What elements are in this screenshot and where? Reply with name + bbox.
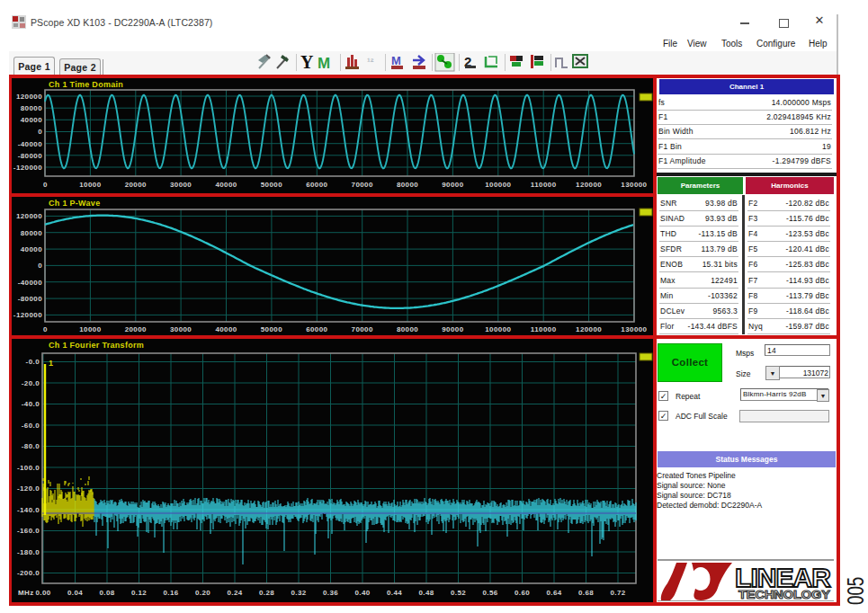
svg-text:-120000: -120000 — [13, 311, 42, 319]
svg-text:-0.0: -0.0 — [26, 358, 40, 366]
svg-text:M: M — [318, 55, 330, 72]
svg-text:40000: 40000 — [21, 116, 42, 124]
svg-text:-80000: -80000 — [18, 295, 42, 303]
svg-text:-100.0: -100.0 — [17, 464, 40, 472]
svg-text:100000: 100000 — [485, 181, 511, 189]
svg-text:30000: 30000 — [170, 325, 192, 333]
svg-text:-80000: -80000 — [18, 152, 42, 160]
svg-text:0.16: 0.16 — [163, 589, 178, 597]
svg-text:120000: 120000 — [576, 181, 602, 189]
svg-text:80000: 80000 — [21, 229, 42, 237]
svg-text:90000: 90000 — [442, 181, 463, 189]
svg-text:40000: 40000 — [215, 181, 237, 189]
svg-text:70000: 70000 — [352, 325, 373, 333]
svg-text:0.64: 0.64 — [546, 589, 561, 597]
svg-text:110000: 110000 — [531, 325, 557, 333]
svg-text:20000: 20000 — [125, 325, 147, 333]
svg-text:0.28: 0.28 — [259, 589, 274, 597]
svg-text:-40000: -40000 — [18, 140, 42, 148]
svg-text:-180.0: -180.0 — [17, 548, 40, 556]
svg-text:-60.0: -60.0 — [22, 422, 40, 430]
svg-text:20000: 20000 — [125, 181, 147, 189]
svg-text:1: 1 — [49, 359, 53, 368]
svg-text:130000: 130000 — [621, 181, 647, 189]
svg-text:-40.0: -40.0 — [22, 400, 40, 408]
svg-text:M: M — [391, 54, 401, 67]
svg-text:0.40: 0.40 — [354, 589, 370, 597]
svg-text:-120000: -120000 — [13, 164, 42, 172]
svg-text:0.60: 0.60 — [515, 589, 530, 597]
svg-text:80000: 80000 — [21, 104, 42, 112]
svg-text:Ch 1 P-Wave: Ch 1 P-Wave — [49, 199, 100, 208]
svg-text:TECHNOLOGY: TECHNOLOGY — [738, 589, 831, 601]
svg-text:0.08: 0.08 — [99, 589, 114, 597]
svg-text:110000: 110000 — [531, 181, 557, 189]
svg-text:0: 0 — [43, 325, 48, 333]
svg-text:60000: 60000 — [306, 181, 327, 189]
svg-text:120000: 120000 — [16, 93, 42, 101]
svg-text:Y: Y — [300, 53, 314, 72]
svg-text:120000: 120000 — [16, 212, 42, 220]
svg-text:0: 0 — [38, 262, 42, 270]
svg-text:-20.0: -20.0 — [22, 379, 40, 387]
svg-text:-160.0: -160.0 — [17, 527, 40, 535]
svg-text:0.48: 0.48 — [418, 589, 434, 597]
svg-text:-200.0: -200.0 — [17, 569, 40, 577]
svg-text:-80.0: -80.0 — [22, 442, 40, 450]
svg-text:0.32: 0.32 — [291, 589, 306, 597]
svg-text:90000: 90000 — [442, 325, 463, 333]
svg-text:0.12: 0.12 — [131, 589, 147, 597]
svg-text:¹²: ¹² — [367, 57, 374, 67]
svg-text:0.56: 0.56 — [482, 589, 497, 597]
svg-text:50000: 50000 — [261, 325, 282, 333]
svg-text:-40000: -40000 — [18, 279, 42, 287]
svg-text:60000: 60000 — [306, 325, 327, 333]
svg-text:0.04: 0.04 — [67, 589, 83, 597]
svg-text:MHz: MHz — [18, 589, 34, 597]
svg-text:0: 0 — [38, 128, 42, 136]
svg-text:-120.0: -120.0 — [17, 484, 40, 493]
svg-text:50000: 50000 — [261, 181, 282, 189]
svg-text:Ch 1 Time Domain: Ch 1 Time Domain — [49, 80, 123, 89]
svg-text:100000: 100000 — [485, 325, 511, 333]
svg-text:80000: 80000 — [397, 325, 418, 333]
svg-text:0.72: 0.72 — [610, 589, 625, 597]
svg-text:Ch 1 Fourier Transform: Ch 1 Fourier Transform — [49, 341, 144, 350]
svg-text:10000: 10000 — [79, 325, 101, 333]
svg-text:130000: 130000 — [621, 325, 647, 333]
svg-text:80000: 80000 — [397, 181, 418, 189]
svg-text:0.24: 0.24 — [227, 589, 242, 597]
svg-text:120000: 120000 — [576, 325, 602, 333]
svg-text:0: 0 — [43, 181, 48, 189]
svg-text:-140.0: -140.0 — [17, 506, 40, 514]
svg-text:0.44: 0.44 — [387, 589, 402, 597]
svg-text:30000: 30000 — [170, 181, 192, 189]
svg-text:70000: 70000 — [352, 181, 373, 189]
svg-text:0.00: 0.00 — [35, 589, 50, 597]
svg-text:0.20: 0.20 — [195, 589, 210, 597]
svg-text:40000: 40000 — [215, 325, 237, 333]
svg-text:0.68: 0.68 — [578, 589, 594, 597]
svg-text:10000: 10000 — [79, 181, 101, 189]
svg-text:0.36: 0.36 — [323, 589, 338, 597]
svg-text:0.52: 0.52 — [451, 589, 466, 597]
svg-text:40000: 40000 — [21, 245, 42, 253]
